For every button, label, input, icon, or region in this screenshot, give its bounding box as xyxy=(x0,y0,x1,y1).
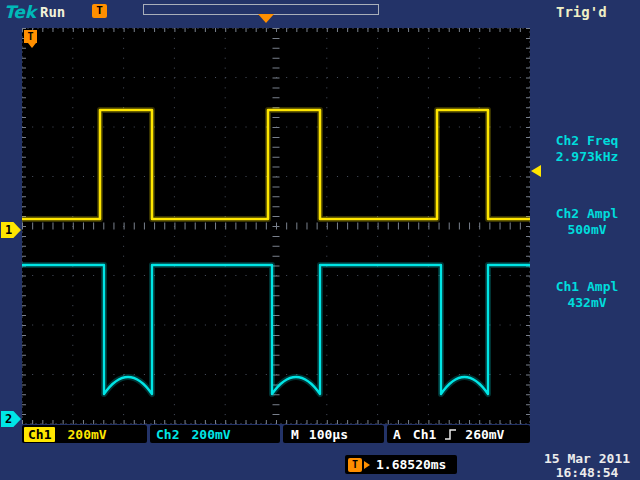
ch2-readout: Ch2 200mV xyxy=(150,425,280,443)
trigger-mode-label: A xyxy=(393,427,401,442)
measurement-value: 2.973kHz xyxy=(534,149,640,165)
trigger-status: Trig'd xyxy=(556,4,607,20)
trigger-level-value: 260mV xyxy=(465,427,504,442)
datetime: 15 Mar 2011 16:48:54 xyxy=(534,452,640,480)
rising-edge-icon xyxy=(444,428,457,441)
ch1-readout: Ch1 200mV xyxy=(22,425,147,443)
measurement-block: Ch2 Ampl 500mV xyxy=(534,206,640,238)
timebase-readout: M 100µs xyxy=(283,425,384,443)
measurement-block: Ch2 Freq 2.973kHz xyxy=(534,133,640,165)
trigger-source: Ch1 xyxy=(413,427,436,442)
ch1-ground-marker: 1 xyxy=(1,222,21,238)
measurement-value: 432mV xyxy=(534,295,640,311)
time-text: 16:48:54 xyxy=(534,466,640,480)
trigger-icon: T xyxy=(92,4,107,18)
trigger-time-arrow-icon xyxy=(364,461,370,469)
ch1-scale: 200mV xyxy=(67,427,106,442)
trigger-time-box: T 1.68520ms xyxy=(345,455,457,474)
trigger-readout: A Ch1 260mV xyxy=(387,425,530,443)
waveform-display xyxy=(22,28,530,424)
trigger-corner-arrow-icon xyxy=(28,43,36,48)
measurement-label: Ch1 Ampl xyxy=(534,279,640,295)
timebase-label: M xyxy=(291,427,299,442)
acquisition-status: Run xyxy=(40,4,65,20)
measurement-panel: Ch2 Freq 2.973kHz Ch2 Ampl 500mV Ch1 Amp… xyxy=(534,133,640,352)
trigger-time-icon: T xyxy=(348,458,362,472)
graticule: T xyxy=(22,28,530,424)
date-text: 15 Mar 2011 xyxy=(534,452,640,466)
measurement-value: 500mV xyxy=(534,222,640,238)
trigger-position-marker-icon xyxy=(258,14,274,23)
ch2-label: Ch2 xyxy=(156,427,179,442)
trigger-corner-marker: T xyxy=(24,30,37,43)
trigger-time-value: 1.68520ms xyxy=(376,457,446,472)
tek-logo: Tek xyxy=(4,2,36,22)
measurement-label: Ch2 Ampl xyxy=(534,206,640,222)
measurement-label: Ch2 Freq xyxy=(534,133,640,149)
ch2-scale: 200mV xyxy=(191,427,230,442)
ch2-ground-marker: 2 xyxy=(1,411,21,427)
measurement-block: Ch1 Ampl 432mV xyxy=(534,279,640,311)
timebase-value: 100µs xyxy=(309,427,348,442)
ch1-badge: Ch1 xyxy=(24,427,55,442)
